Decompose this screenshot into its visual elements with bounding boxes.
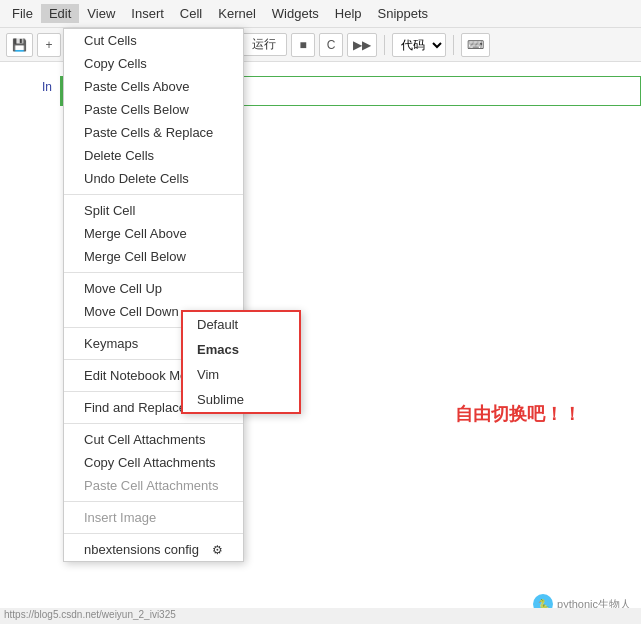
sep-1	[64, 194, 243, 195]
keyboard-button[interactable]: ⌨	[461, 33, 490, 57]
menu-cell[interactable]: Cell	[172, 4, 210, 23]
menu-cut-attachments[interactable]: Cut Cell Attachments	[64, 428, 243, 451]
menu-copy-cells[interactable]: Copy Cells	[64, 52, 243, 75]
fast-forward-button[interactable]: ▶▶	[347, 33, 377, 57]
menu-kernel[interactable]: Kernel	[210, 4, 264, 23]
keymap-emacs[interactable]: Emacs	[183, 337, 299, 362]
menu-edit[interactable]: Edit	[41, 4, 79, 23]
add-cell-button[interactable]: +	[37, 33, 61, 57]
toolbar-sep-5	[453, 35, 454, 55]
sep-2	[64, 272, 243, 273]
keymaps-label: Keymaps	[84, 336, 138, 351]
menu-view[interactable]: View	[79, 4, 123, 23]
menu-copy-attachments[interactable]: Copy Cell Attachments	[64, 451, 243, 474]
sep-6	[64, 423, 243, 424]
menu-undo-delete[interactable]: Undo Delete Cells	[64, 167, 243, 190]
menu-merge-above[interactable]: Merge Cell Above	[64, 222, 243, 245]
keymap-sublime[interactable]: Sublime	[183, 387, 299, 412]
keymaps-submenu: Default Emacs Vim Sublime	[181, 310, 301, 414]
menu-move-up[interactable]: Move Cell Up	[64, 277, 243, 300]
sep-7	[64, 501, 243, 502]
toolbar-sep-4	[384, 35, 385, 55]
sep-8	[64, 533, 243, 534]
menu-merge-below[interactable]: Merge Cell Below	[64, 245, 243, 268]
menu-insert-image: Insert Image	[64, 506, 243, 529]
edit-dropdown: Cut Cells Copy Cells Paste Cells Above P…	[63, 28, 244, 562]
run-button[interactable]: 运行	[241, 33, 287, 56]
url-bar: https://blog5.csdn.net/weiyun_2_ivi325	[0, 608, 641, 624]
menu-paste-above[interactable]: Paste Cells Above	[64, 75, 243, 98]
menu-cut-cells[interactable]: Cut Cells	[64, 29, 243, 52]
menu-paste-below[interactable]: Paste Cells Below	[64, 98, 243, 121]
menu-split-cell[interactable]: Split Cell	[64, 199, 243, 222]
gear-icon: ⚙	[212, 543, 223, 557]
menu-paste-attachments: Paste Cell Attachments	[64, 474, 243, 497]
keymap-vim[interactable]: Vim	[183, 362, 299, 387]
right-text: 自由切换吧！！	[455, 402, 581, 426]
menu-delete-cells[interactable]: Delete Cells	[64, 144, 243, 167]
menu-nbextensions[interactable]: nbextensions config ⚙	[64, 538, 243, 561]
menu-bar: File Edit View Insert Cell Kernel Widget…	[0, 0, 641, 28]
menu-snippets[interactable]: Snippets	[370, 4, 437, 23]
save-button[interactable]: 💾	[6, 33, 33, 57]
menu-widgets[interactable]: Widgets	[264, 4, 327, 23]
nbextensions-label: nbextensions config	[84, 542, 199, 557]
menu-help[interactable]: Help	[327, 4, 370, 23]
menu-insert[interactable]: Insert	[123, 4, 172, 23]
menu-paste-replace[interactable]: Paste Cells & Replace	[64, 121, 243, 144]
cell-type-select[interactable]: 代码	[392, 33, 446, 57]
restart-button[interactable]: C	[319, 33, 343, 57]
cell-prompt: In	[0, 76, 60, 94]
stop-button[interactable]: ■	[291, 33, 315, 57]
keymap-default[interactable]: Default	[183, 312, 299, 337]
menu-file[interactable]: File	[4, 4, 41, 23]
